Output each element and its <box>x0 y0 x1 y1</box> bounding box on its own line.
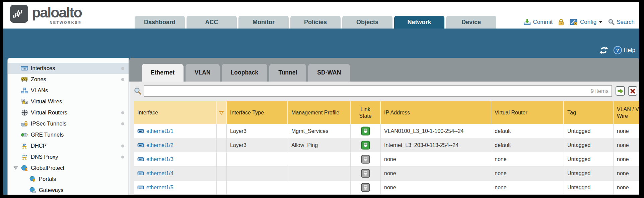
virtual-routers-icon <box>20 109 29 116</box>
cell-vr: none <box>491 152 564 166</box>
interface-link[interactable]: ethernet1/1 <box>146 128 173 134</box>
commit-action[interactable]: Commit <box>523 19 553 26</box>
cell-mgmt-profile: Mgmt_Services <box>288 124 351 138</box>
table-row[interactable]: ethernet1/4nonenoneUntaggednone <box>134 166 639 181</box>
cell-mgmt-profile <box>288 152 351 166</box>
main-tab-device[interactable]: Device <box>446 16 496 29</box>
filter-input[interactable] <box>144 85 612 97</box>
sort-marker-icon <box>218 110 224 115</box>
cell-mgmt-profile: Allow_Ping <box>288 138 351 152</box>
link-state-down-icon <box>361 169 370 178</box>
sidebar-nav: InterfacesZonesVLANsVirtual WiresVirtual… <box>7 58 129 195</box>
sort-marker-cell[interactable] <box>217 101 227 124</box>
commit-label: Commit <box>533 19 553 26</box>
sidebar-item-label: Gateways <box>39 187 63 193</box>
interface-link[interactable]: ethernet1/5 <box>146 185 173 191</box>
main-tab-policies[interactable]: Policies <box>290 16 341 29</box>
sidebar-item-dhcp[interactable]: IPDHCP <box>8 140 129 151</box>
sidebar-item-label: DHCP <box>31 143 47 149</box>
cell-link-state <box>351 124 381 138</box>
config-icon <box>570 18 578 26</box>
sub-tab-sd-wan[interactable]: SD-WAN <box>308 64 350 82</box>
cell-link-state <box>351 152 381 166</box>
main-tab-dashboard[interactable]: Dashboard <box>135 16 185 29</box>
cell-interface: ethernet1/4 <box>134 166 217 181</box>
sidebar-item-gateways[interactable]: Gateways <box>8 185 129 195</box>
logo-networks-text: NETWORKS® <box>50 20 82 24</box>
config-label: Config <box>580 19 596 26</box>
cell-link-state <box>351 181 381 195</box>
column-header-tag[interactable]: Tag <box>564 101 614 124</box>
refresh-icon[interactable] <box>599 46 608 54</box>
interface-link[interactable]: ethernet1/3 <box>146 156 173 162</box>
column-header-interface[interactable]: Interface <box>134 101 217 124</box>
sidebar-item-globalprotect[interactable]: GlobalProtect <box>8 162 129 174</box>
main-tab-acc[interactable]: ACC <box>187 16 237 29</box>
sidebar-item-zones[interactable]: Zones <box>8 74 129 85</box>
clear-filter-button[interactable] <box>628 86 637 96</box>
sidebar-item-gre-tunnels[interactable]: GRE Tunnels <box>8 129 129 140</box>
table-row[interactable]: ethernet1/1Layer3Mgmt_ServicesVLAN0100_L… <box>134 124 639 138</box>
main-nav-tabs: DashboardACCMonitorPoliciesObjectsNetwor… <box>135 16 496 29</box>
sub-tab-loopback[interactable]: Loopback <box>222 64 268 82</box>
svg-text:?: ? <box>616 47 619 53</box>
sidebar-item-portals[interactable]: Portals <box>8 174 129 185</box>
sidebar-item-vlans[interactable]: VLANs <box>8 85 129 96</box>
sidebar-item-virtual-wires[interactable]: Virtual Wires <box>8 96 129 107</box>
column-header-vr[interactable]: Virtual Router <box>491 101 564 124</box>
sidebar-item-dns-proxy[interactable]: DNSDNS Proxy <box>8 151 129 162</box>
cell-interface: ethernet1/1 <box>134 124 217 138</box>
svg-text:DNS: DNS <box>22 154 27 157</box>
main-tab-network[interactable]: Network <box>394 16 444 29</box>
cell-type: Layer3 <box>227 138 288 152</box>
column-header-type[interactable]: Interface Type <box>227 101 288 124</box>
config-action[interactable]: Config <box>570 18 603 26</box>
column-header-link-state[interactable]: Link State <box>351 101 381 124</box>
column-header-mgmt-profile[interactable]: Management Profile <box>288 101 351 124</box>
cell-tag: Untagged <box>564 152 614 166</box>
expander-icon[interactable] <box>12 166 20 170</box>
help-action[interactable]: ? Help <box>613 46 635 55</box>
sidebar-item-virtual-routers[interactable]: Virtual Routers <box>8 107 129 118</box>
table-row[interactable]: ethernet1/3nonenoneUntaggednone <box>134 152 639 166</box>
sub-tab-vlan[interactable]: VLAN <box>186 64 220 82</box>
cell-mgmt-profile <box>288 166 351 181</box>
sidebar-item-ipsec-tunnels[interactable]: IPSec Tunnels <box>8 118 129 129</box>
sidebar-item-label: Virtual Routers <box>31 109 67 116</box>
cell-type <box>227 152 288 166</box>
sidebar-item-interfaces[interactable]: Interfaces <box>8 63 129 74</box>
paloalto-logo-icon <box>10 5 28 23</box>
table-row[interactable]: ethernet1/5nonenoneUntaggednone <box>134 181 639 195</box>
column-header-ip[interactable]: IP Address <box>381 101 491 124</box>
gateways-icon <box>28 187 37 193</box>
secondary-bar: ? Help <box>3 29 639 58</box>
sub-tab-ethernet[interactable]: Ethernet <box>142 64 184 82</box>
cell-tag: Untagged <box>564 124 614 138</box>
cell-vlan: none <box>614 152 639 166</box>
sub-tab-tunnel[interactable]: Tunnel <box>269 64 306 82</box>
search-action[interactable]: Search <box>608 19 635 26</box>
main-tab-objects[interactable]: Objects <box>342 16 392 29</box>
main-tab-monitor[interactable]: Monitor <box>238 16 289 29</box>
cell-ip: Internet_L3_203-0-113-254--24 <box>381 138 491 152</box>
cell-link-state <box>351 138 381 152</box>
interface-row-icon <box>137 129 144 133</box>
cell-tag: Untagged <box>564 138 614 152</box>
interface-link[interactable]: ethernet1/4 <box>146 170 173 177</box>
cell-vr: default <box>491 138 564 152</box>
column-header-vlan[interactable]: VLAN / V Wire <box>614 101 639 124</box>
lock-icon[interactable] <box>558 18 564 26</box>
top-header: paloalto NETWORKS® DashboardACCMonitorPo… <box>3 2 639 29</box>
portals-icon <box>28 176 37 182</box>
logo-wordmark: paloalto <box>32 5 82 20</box>
item-options-dot <box>121 67 124 70</box>
item-options-dot <box>121 144 124 147</box>
cell-vr: default <box>491 124 564 138</box>
cell-vlan: none <box>614 124 639 138</box>
interface-link[interactable]: ethernet1/2 <box>146 142 173 148</box>
table-row[interactable]: ethernet1/2Layer3Allow_PingInternet_L3_2… <box>134 138 639 152</box>
cell-sort <box>217 152 227 166</box>
ipsec-tunnels-icon <box>20 121 29 127</box>
cell-sort <box>217 166 227 181</box>
apply-filter-button[interactable] <box>616 86 625 96</box>
